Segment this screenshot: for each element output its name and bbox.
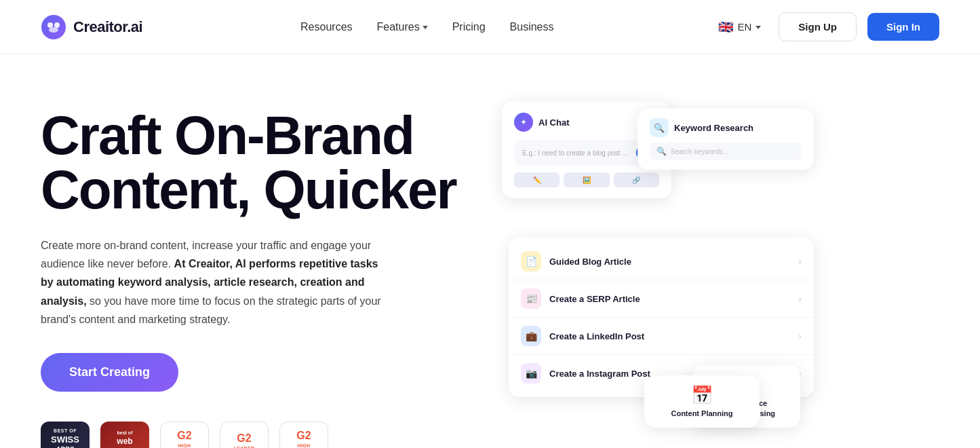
badges-row: BEST OF SWISS APPS 2022 Innovation best … [41, 422, 475, 448]
hero-section: Craft On-Brand Content, Quicker Create m… [0, 54, 980, 448]
kw-title: Keyword Research [674, 123, 753, 133]
ai-chat-icon: ✦ [514, 113, 533, 132]
badge-best-web: best of web productivity 2023 [100, 422, 149, 448]
serp-chevron-icon: › [798, 293, 802, 304]
kw-search-row[interactable]: 🔍 Search keywords... [650, 143, 802, 160]
blog-chevron-icon: › [798, 256, 802, 267]
nav-business[interactable]: Business [510, 21, 554, 33]
logo-link[interactable]: Creaitor.ai [41, 14, 142, 40]
ai-chat-placeholder: E.g.: I need to create a blog post about… [522, 149, 631, 157]
lang-selector[interactable]: 🇬🇧 EN [711, 17, 768, 37]
kw-search-icon: 🔍 [650, 118, 669, 137]
ai-chat-icon-pencil: ✏️ [514, 172, 560, 187]
list-item-linkedin[interactable]: 💼 Create a LinkedIn Post › [509, 318, 814, 355]
kw-search-magnify-icon: 🔍 [656, 147, 667, 156]
hero-right: ✦ AI Chat E.g.: I need to create a blog … [502, 95, 939, 441]
hero-body: Create more on-brand content, increase y… [41, 236, 393, 329]
instagram-icon: 📷 [521, 363, 541, 384]
signin-button[interactable]: Sign In [867, 13, 939, 41]
badge-swiss-apps: BEST OF SWISS APPS 2022 Innovation [41, 422, 90, 448]
hero-left: Craft On-Brand Content, Quicker Create m… [41, 95, 475, 448]
start-creating-button[interactable]: Start Creating [41, 353, 178, 392]
ai-chat-title: AI Chat [538, 117, 570, 128]
list-label-serp: Create a SERP Article [549, 294, 790, 304]
badge-g2-hp-spring-2024: G2 High Performer SPRING 2024 [160, 422, 209, 448]
list-item-blog[interactable]: 📄 Guided Blog Article › [509, 243, 814, 280]
svg-point-1 [47, 22, 53, 28]
logo-icon [41, 14, 66, 40]
logo-text: Creaitor.ai [73, 18, 142, 36]
list-label-blog: Guided Blog Article [549, 257, 790, 267]
signup-button[interactable]: Sign Up [779, 12, 857, 41]
kw-header: 🔍 Keyword Research [650, 118, 802, 137]
ai-chat-icons-row: ✏️ 🖼️ 🔗 [514, 172, 659, 187]
nav-links: Resources Features Pricing Business [300, 21, 553, 33]
svg-point-3 [49, 27, 58, 33]
badge-g2-hp-emea-2025: G2 High Performer EMEA WINTER 2025 [279, 422, 328, 448]
ai-chat-icon-image: 🖼️ [564, 172, 609, 187]
linkedin-icon: 💼 [521, 326, 541, 346]
badge-g2-leader-winter-2025: G2 Leader WINTER 2025 [220, 422, 269, 448]
list-label-linkedin: Create a LinkedIn Post [549, 331, 790, 341]
ai-chat-icon-link: 🔗 [614, 172, 659, 187]
linkedin-chevron-icon: › [798, 331, 802, 341]
nav-resources[interactable]: Resources [300, 21, 352, 33]
nav-right: 🇬🇧 EN Sign Up Sign In [711, 12, 939, 41]
nav-features[interactable]: Features [377, 21, 428, 33]
navbar: Creaitor.ai Resources Features Pricing B… [0, 0, 980, 54]
mockup-container: ✦ AI Chat E.g.: I need to create a blog … [502, 102, 814, 441]
planning-label: Content Planning [655, 409, 749, 418]
content-planning-card: 📅 Content Planning [644, 375, 760, 428]
serp-icon: 📰 [521, 288, 541, 309]
keyword-research-card: 🔍 Keyword Research 🔍 Search keywords... [638, 109, 814, 170]
kw-search-placeholder: Search keywords... [671, 148, 728, 155]
lang-chevron-icon [756, 26, 761, 29]
hero-headline: Craft On-Brand Content, Quicker [41, 109, 475, 217]
planning-icon: 📅 [655, 385, 749, 406]
svg-point-2 [54, 22, 60, 28]
list-item-serp[interactable]: 📰 Create a SERP Article › [509, 280, 814, 318]
flag-icon: 🇬🇧 [718, 22, 733, 33]
features-chevron-icon [423, 26, 428, 29]
nav-pricing[interactable]: Pricing [452, 21, 486, 33]
blog-icon: 📄 [521, 251, 541, 272]
